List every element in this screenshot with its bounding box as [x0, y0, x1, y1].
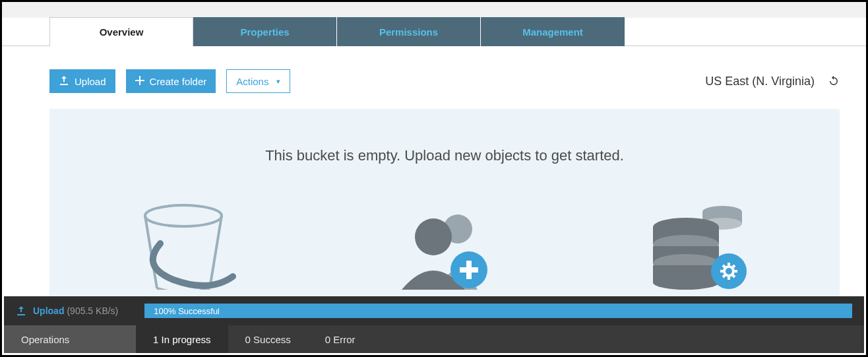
svg-point-14 [711, 253, 747, 289]
svg-point-2 [415, 218, 452, 255]
actions-dropdown[interactable]: Actions ▾ [226, 69, 290, 93]
illustration-row [63, 204, 826, 292]
svg-line-23 [733, 265, 735, 267]
tab-permissions[interactable]: Permissions [337, 17, 481, 46]
svg-line-21 [733, 275, 735, 277]
actions-label: Actions [236, 76, 268, 87]
upload-button[interactable]: Upload [49, 69, 115, 93]
region-area: US East (N. Virginia) [705, 75, 840, 88]
empty-message: This bucket is empty. Upload new objects… [63, 147, 826, 164]
main-tabs: Overview Properties Permissions Manageme… [2, 17, 866, 46]
svg-point-13 [653, 275, 719, 290]
upload-speed: (905.5 KB/s) [67, 306, 118, 316]
tab-management[interactable]: Management [481, 17, 625, 46]
tab-properties[interactable]: Properties [193, 17, 337, 46]
create-folder-button[interactable]: Create folder [126, 69, 216, 93]
toolbar: Upload Create folder Actions ▾ US East (… [2, 47, 866, 109]
bucket-icon [104, 204, 276, 292]
svg-line-22 [723, 275, 725, 277]
upload-progress-text: 100% Successful [154, 306, 220, 316]
tab-overview[interactable]: Overview [49, 17, 193, 46]
footer-tab-operations[interactable]: Operations [4, 325, 136, 353]
upload-button-label: Upload [75, 76, 106, 87]
upload-status-bar: Upload (905.5 KB/s) 100% Successful [4, 296, 864, 325]
footer-tab-error[interactable]: 0 Error [308, 325, 373, 353]
footer-tab-in-progress[interactable]: 1 In progress [136, 325, 228, 353]
svg-line-20 [723, 265, 725, 267]
region-label: US East (N. Virginia) [705, 75, 815, 88]
chevron-down-icon: ▾ [276, 77, 280, 86]
upload-icon [59, 75, 69, 88]
plus-icon [135, 76, 144, 87]
svg-point-0 [145, 205, 222, 226]
users-icon [359, 204, 530, 292]
upload-status-label: Upload [33, 306, 64, 316]
upload-icon [16, 306, 26, 316]
empty-state-panel: This bucket is empty. Upload new objects… [49, 109, 840, 307]
create-folder-label: Create folder [150, 76, 207, 87]
window-topbar [2, 2, 866, 18]
footer-tab-success[interactable]: 0 Success [228, 325, 308, 353]
upload-progress-bar: 100% Successful [144, 304, 852, 318]
refresh-button[interactable] [828, 75, 840, 87]
storage-settings-icon [613, 204, 785, 292]
footer-tabs: Operations 1 In progress 0 Success 0 Err… [4, 325, 864, 353]
